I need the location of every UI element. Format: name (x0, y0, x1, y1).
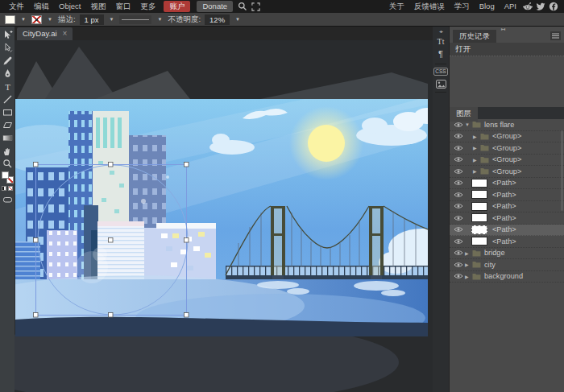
layer-row-path[interactable]: <Path> (450, 201, 564, 213)
menu-edit[interactable]: 编辑 (29, 0, 54, 13)
fill-color-swatch[interactable] (5, 15, 15, 24)
collapse-panel-icon[interactable]: ▸◂ (501, 26, 504, 31)
stroke-width-dropdown-icon[interactable]: ▼ (108, 17, 116, 22)
zoom-tool[interactable] (0, 157, 15, 170)
facebook-icon[interactable] (547, 0, 560, 13)
history-entry[interactable]: 打开 (450, 43, 564, 56)
visibility-eye-icon[interactable] (454, 179, 465, 186)
fill-dropdown-icon[interactable]: ▼ (19, 17, 27, 22)
search-icon[interactable] (236, 0, 249, 13)
opacity-dropdown-icon[interactable]: ▼ (234, 17, 242, 22)
line-tool[interactable] (0, 93, 15, 105)
visibility-eye-icon[interactable] (454, 273, 465, 279)
layer-row-background[interactable]: ▶ background (450, 271, 564, 283)
stroke-dropdown-icon[interactable]: ▼ (46, 17, 54, 22)
layer-row-path[interactable]: <Path> (450, 189, 564, 201)
layer-row-group[interactable]: ▶ <Group> (450, 142, 564, 155)
layer-thumbnail[interactable] (471, 190, 487, 199)
visibility-eye-icon[interactable] (454, 168, 465, 175)
account-button[interactable]: 账户 (164, 1, 190, 12)
direct-select-tool[interactable] (0, 41, 15, 54)
visibility-eye-icon[interactable] (454, 262, 465, 268)
line-style-dropdown-icon[interactable]: ▼ (156, 17, 164, 22)
layer-row-group[interactable]: ▶ <Group> (450, 155, 564, 167)
visibility-eye-icon[interactable] (454, 192, 465, 198)
visibility-eye-icon[interactable] (454, 156, 465, 163)
parallelogram-tool[interactable] (0, 118, 15, 131)
visibility-eye-icon[interactable] (454, 122, 465, 128)
menu-file[interactable]: 文件 (4, 0, 29, 13)
canvas[interactable] (15, 40, 433, 392)
layer-row-group[interactable]: ▶ <Group> (450, 166, 564, 178)
history-menu-icon[interactable] (550, 31, 561, 40)
menu-view[interactable]: 视图 (85, 0, 110, 13)
hand-tool[interactable] (0, 144, 15, 157)
menu-object[interactable]: Object (54, 0, 85, 13)
expand-collapsed-icon[interactable]: ▶ (465, 250, 472, 256)
artboard[interactable] (15, 97, 433, 342)
select-tool[interactable] (0, 28, 15, 41)
layer-thumbnail[interactable] (471, 237, 487, 246)
image-icon[interactable] (436, 80, 446, 89)
crayon-tool[interactable] (0, 54, 15, 67)
no-color-icon[interactable] (8, 186, 13, 191)
expand-collapsed-icon[interactable]: ▶ (473, 168, 480, 174)
layer-thumbnail[interactable] (471, 225, 487, 234)
expand-panel-icon[interactable]: ◂▸ (439, 27, 442, 35)
expand-collapsed-icon[interactable]: ▶ (465, 274, 472, 279)
menu-window[interactable]: 窗口 (110, 0, 135, 13)
menu-feedback[interactable]: 反馈错误 (409, 0, 450, 13)
default-colors-icon[interactable] (2, 186, 6, 191)
tab-close-icon[interactable]: × (63, 30, 68, 37)
layer-row-city[interactable]: ▶ city (450, 259, 564, 271)
text-tool[interactable]: T (0, 80, 15, 93)
collapse-expanded-icon[interactable]: ▼ (465, 122, 472, 127)
stroke-width-value[interactable]: 1 px (80, 14, 104, 25)
menu-api[interactable]: API (500, 0, 521, 13)
gradient-tool[interactable] (0, 131, 15, 144)
visibility-eye-icon[interactable] (454, 238, 465, 245)
css-button[interactable]: CSS (433, 68, 447, 76)
rectangle-tool[interactable] (0, 105, 15, 118)
visibility-eye-icon[interactable] (454, 133, 465, 139)
donate-button[interactable]: Donate (197, 1, 233, 12)
paragraph-icon[interactable]: ¶ (438, 47, 443, 60)
layer-thumbnail[interactable] (471, 179, 487, 188)
layer-thumbnail[interactable] (471, 202, 487, 211)
fill-well-swatch[interactable] (2, 171, 9, 179)
visibility-eye-icon[interactable] (454, 215, 465, 221)
layer-thumbnail[interactable] (471, 213, 487, 222)
reddit-icon[interactable] (521, 0, 534, 13)
layer-row-group[interactable]: ▶ <Group> (450, 131, 564, 143)
visibility-eye-icon[interactable] (454, 250, 465, 256)
expand-collapsed-icon[interactable]: ▶ (473, 134, 480, 139)
layers-scrollbar[interactable] (561, 130, 563, 211)
visibility-eye-icon[interactable] (454, 226, 465, 233)
layer-row-path[interactable]: <Path> (450, 236, 564, 248)
default-colors-control[interactable] (2, 186, 13, 192)
layer-row-path[interactable]: <Path> (450, 213, 564, 225)
menu-more[interactable]: 更多 (135, 0, 160, 13)
layer-row-bridge[interactable]: ▶ bridge (450, 248, 564, 260)
opacity-value[interactable]: 12% (205, 14, 230, 25)
layer-row-path[interactable]: <Path> (450, 178, 564, 190)
expand-collapsed-icon[interactable]: ▶ (473, 157, 480, 163)
menu-about[interactable]: 关于 (384, 0, 409, 13)
eraser-tool[interactable] (0, 192, 15, 205)
document-tab[interactable]: CityDay.ai × (17, 27, 73, 40)
fill-stroke-well[interactable] (2, 171, 14, 184)
layer-row-path-selected[interactable]: <Path> (450, 225, 564, 237)
visibility-eye-icon[interactable] (454, 145, 465, 151)
line-style-preview[interactable] (119, 15, 151, 24)
twitter-icon[interactable] (534, 0, 547, 13)
menu-blog[interactable]: Blog (475, 0, 500, 13)
expand-collapsed-icon[interactable]: ▶ (465, 262, 472, 267)
stroke-color-swatch[interactable] (31, 15, 42, 24)
expand-collapsed-icon[interactable]: ▶ (473, 145, 480, 151)
visibility-eye-icon[interactable] (454, 203, 465, 209)
typography-icon[interactable]: Tt (438, 35, 445, 47)
layer-row-lens-flare[interactable]: ▼ lens flare (450, 119, 564, 131)
fullscreen-icon[interactable] (249, 0, 262, 13)
pen-tool[interactable] (0, 67, 15, 80)
menu-learn[interactable]: 学习 (450, 0, 475, 13)
